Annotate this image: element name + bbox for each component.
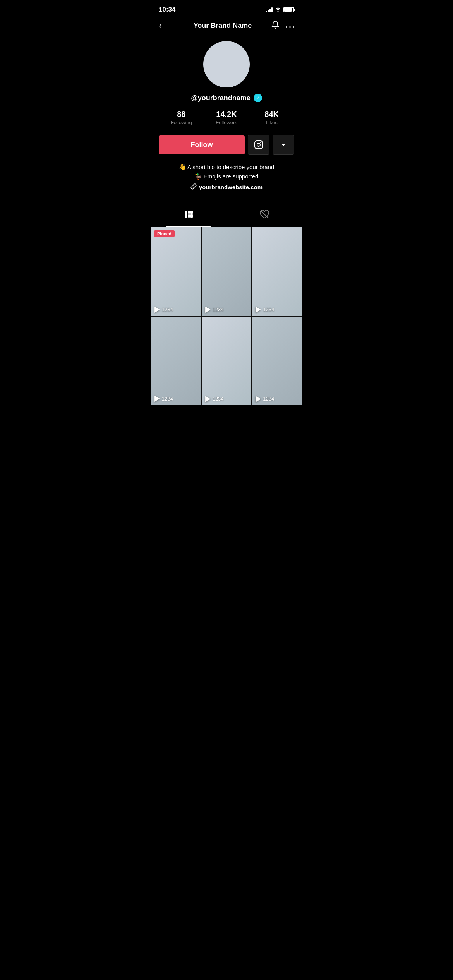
action-row: Follow xyxy=(159,135,294,155)
play-icon xyxy=(205,396,211,402)
wifi-icon xyxy=(275,7,281,13)
play-icon xyxy=(255,396,261,402)
status-icons xyxy=(266,7,294,13)
svg-rect-6 xyxy=(185,211,187,214)
following-stat[interactable]: 88 Following xyxy=(159,110,204,125)
username-row: @yourbrandname ✓ xyxy=(191,94,262,102)
svg-point-2 xyxy=(293,26,294,28)
play-icon xyxy=(205,307,211,313)
liked-icon xyxy=(259,210,269,221)
status-bar: 10:34 xyxy=(151,0,302,17)
video-cell[interactable]: Pinned 1234 xyxy=(151,227,201,316)
video-play-count: 1234 xyxy=(255,307,274,313)
status-time: 10:34 xyxy=(159,6,175,14)
svg-rect-3 xyxy=(255,141,263,149)
svg-point-1 xyxy=(289,26,291,28)
followers-label: Followers xyxy=(216,120,237,125)
more-dropdown-button[interactable] xyxy=(273,135,294,155)
verified-badge-icon: ✓ xyxy=(254,94,262,102)
instagram-button[interactable] xyxy=(248,135,269,155)
avatar xyxy=(203,41,250,87)
website-row[interactable]: yourbrandwebsite.com xyxy=(179,183,275,191)
likes-stat[interactable]: 84K Likes xyxy=(249,110,294,125)
video-cell[interactable]: 1234 xyxy=(252,227,302,316)
follow-button[interactable]: Follow xyxy=(159,135,245,154)
video-cell[interactable]: 1234 xyxy=(202,227,252,316)
bell-icon[interactable] xyxy=(271,21,280,31)
play-icon xyxy=(255,307,261,313)
svg-point-5 xyxy=(260,142,261,143)
video-play-count: 1234 xyxy=(154,307,173,313)
video-play-count: 1234 xyxy=(255,396,274,402)
svg-point-0 xyxy=(286,26,287,28)
tab-videos[interactable] xyxy=(151,204,226,227)
svg-point-4 xyxy=(257,143,260,146)
video-cell[interactable]: 1234 xyxy=(151,317,201,405)
svg-rect-11 xyxy=(190,214,193,218)
video-play-count: 1234 xyxy=(205,396,224,402)
following-count: 88 xyxy=(177,110,185,119)
svg-rect-8 xyxy=(190,211,193,214)
nav-actions xyxy=(271,21,294,31)
likes-label: Likes xyxy=(266,120,278,125)
svg-marker-15 xyxy=(256,307,261,313)
followers-count: 14.2K xyxy=(216,110,237,119)
play-icon xyxy=(154,307,160,313)
more-options-icon[interactable] xyxy=(286,21,294,30)
bio-section: 👋 A short bio to describe your brand 🦆 E… xyxy=(179,163,275,191)
svg-rect-9 xyxy=(185,214,187,218)
svg-rect-7 xyxy=(188,211,190,214)
svg-marker-17 xyxy=(205,396,211,402)
video-play-count: 1234 xyxy=(205,307,224,313)
signal-bars-icon xyxy=(266,7,273,12)
video-grid: Pinned 1234 1234 1234 1234 xyxy=(151,227,302,405)
battery-icon xyxy=(283,7,294,12)
pinned-badge: Pinned xyxy=(154,230,175,237)
top-nav: ‹ Your Brand Name xyxy=(151,17,302,37)
video-play-count: 1234 xyxy=(154,396,173,402)
video-cell[interactable]: 1234 xyxy=(202,317,252,405)
svg-marker-18 xyxy=(256,396,261,402)
svg-marker-14 xyxy=(205,307,211,313)
back-button[interactable]: ‹ xyxy=(159,20,174,31)
tab-liked[interactable] xyxy=(226,204,302,227)
profile-title: Your Brand Name xyxy=(174,22,271,30)
link-icon xyxy=(190,183,197,191)
website-url[interactable]: yourbrandwebsite.com xyxy=(199,184,263,190)
svg-marker-13 xyxy=(154,307,160,313)
followers-stat[interactable]: 14.2K Followers xyxy=(204,110,249,125)
video-cell[interactable]: 1234 xyxy=(252,317,302,405)
bio-line1: 👋 A short bio to describe your brand xyxy=(179,163,275,172)
svg-rect-10 xyxy=(188,214,190,218)
grid-icon xyxy=(184,210,194,221)
likes-count: 84K xyxy=(264,110,279,119)
username-text: @yourbrandname xyxy=(191,94,251,102)
following-label: Following xyxy=(171,120,192,125)
stats-row: 88 Following 14.2K Followers 84K Likes xyxy=(159,110,294,125)
tab-bar xyxy=(151,204,302,227)
profile-section: @yourbrandname ✓ 88 Following 14.2K Foll… xyxy=(151,37,302,204)
bio-line2: 🦆 Emojis are supported xyxy=(179,172,275,181)
play-icon xyxy=(154,396,160,402)
svg-marker-16 xyxy=(154,396,160,402)
